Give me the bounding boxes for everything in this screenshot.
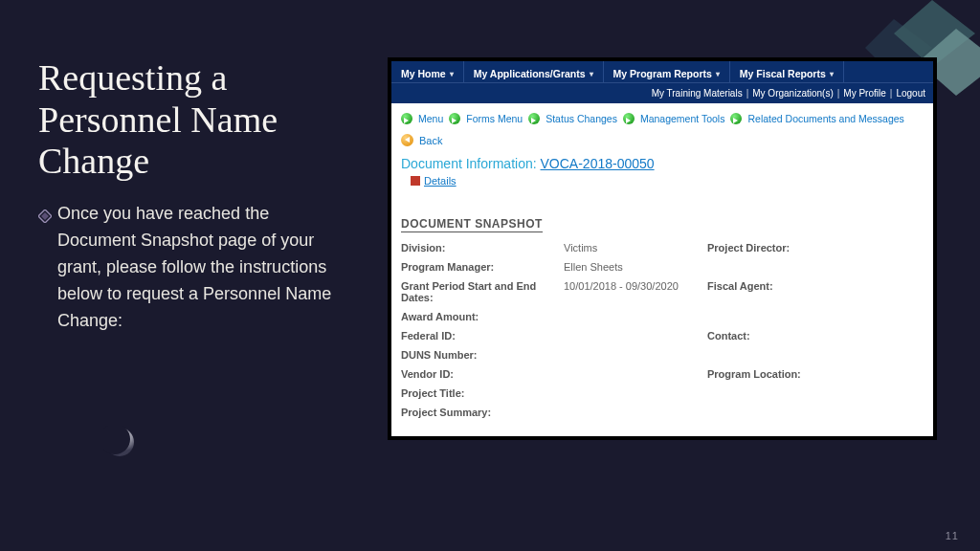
label-program-location: Program Location:: [707, 368, 924, 380]
slide-bullet-text: Once you have reached the Document Snaps…: [57, 201, 345, 334]
crumb-forms-menu[interactable]: Forms Menu: [466, 113, 523, 124]
page-number: 11: [946, 530, 959, 541]
value-grant-period: 10/01/2018 - 09/30/2020: [564, 280, 707, 303]
play-icon: [528, 113, 540, 124]
play-icon: [401, 113, 412, 124]
label-project-director: Project Director:: [707, 242, 924, 253]
details-link[interactable]: Details: [424, 175, 457, 187]
app-screenshot: My Home▾ My Applications/Grants▾ My Prog…: [388, 57, 937, 440]
label-vendor-id: Vendor ID:: [401, 368, 564, 380]
value-division: Victims: [564, 242, 707, 253]
play-icon: [730, 113, 742, 124]
crumb-status-changes[interactable]: Status Changes: [546, 113, 617, 124]
link-my-organizations[interactable]: My Organization(s): [752, 88, 833, 99]
label-division: Division:: [401, 242, 564, 253]
tab-my-applications-grants[interactable]: My Applications/Grants▾: [464, 61, 604, 82]
chevron-down-icon: ▾: [450, 70, 454, 78]
crumb-menu[interactable]: Menu: [418, 113, 443, 124]
tab-my-program-reports[interactable]: My Program Reports▾: [604, 61, 730, 82]
chevron-down-icon: ▾: [716, 70, 720, 78]
primary-tab-bar: My Home▾ My Applications/Grants▾ My Prog…: [391, 61, 933, 82]
back-arrow-icon: [401, 134, 413, 146]
label-program-manager: Program Manager:: [401, 261, 564, 273]
play-icon: [449, 113, 460, 124]
breadcrumb-menu: Menu Forms Menu Status Changes Managemen…: [391, 103, 933, 130]
label-award-amount: Award Amount:: [401, 311, 564, 322]
tab-my-fiscal-reports[interactable]: My Fiscal Reports▾: [730, 61, 844, 82]
diamond-bullet-icon: [38, 205, 52, 231]
label-duns-number: DUNS Number:: [401, 349, 564, 361]
collapse-toggle-icon[interactable]: [411, 176, 420, 186]
back-link[interactable]: Back: [419, 135, 442, 146]
moon-decoration-icon: [103, 426, 136, 458]
snapshot-grid: Division: Victims Project Director: Prog…: [391, 238, 933, 422]
label-fiscal-agent: Fiscal Agent:: [707, 280, 924, 303]
chevron-down-icon: ▾: [590, 70, 593, 78]
document-number-link[interactable]: VOCA-2018-00050: [541, 156, 655, 171]
document-info-heading: Document Information: VOCA-2018-00050: [391, 150, 933, 173]
crumb-related-documents[interactable]: Related Documents and Messages: [747, 113, 903, 124]
tab-my-home[interactable]: My Home▾: [391, 61, 464, 82]
slide-body: Once you have reached the Document Snaps…: [38, 201, 345, 334]
play-icon: [623, 113, 635, 124]
label-project-title: Project Title:: [401, 387, 564, 399]
value-program-manager: Ellen Sheets: [564, 261, 707, 273]
link-training-materials[interactable]: My Training Materials: [652, 88, 743, 99]
slide-title: Requesting a Personnel Name Change: [38, 57, 345, 183]
back-row: Back: [391, 130, 933, 150]
snapshot-heading: DOCUMENT SNAPSHOT: [401, 217, 924, 231]
link-logout[interactable]: Logout: [896, 88, 925, 99]
label-federal-id: Federal ID:: [401, 330, 564, 342]
label-project-summary: Project Summary:: [401, 407, 564, 418]
link-my-profile[interactable]: My Profile: [843, 88, 885, 99]
label-contact: Contact:: [707, 330, 924, 342]
svg-marker-4: [41, 212, 49, 220]
crumb-management-tools[interactable]: Management Tools: [640, 113, 725, 124]
document-info-label: Document Information:: [401, 156, 537, 171]
chevron-down-icon: ▾: [830, 70, 834, 78]
user-link-bar: My Training Materials| My Organization(s…: [391, 82, 933, 103]
details-toggle-row: Details: [391, 173, 933, 196]
label-grant-period: Grant Period Start and End Dates:: [401, 280, 564, 303]
